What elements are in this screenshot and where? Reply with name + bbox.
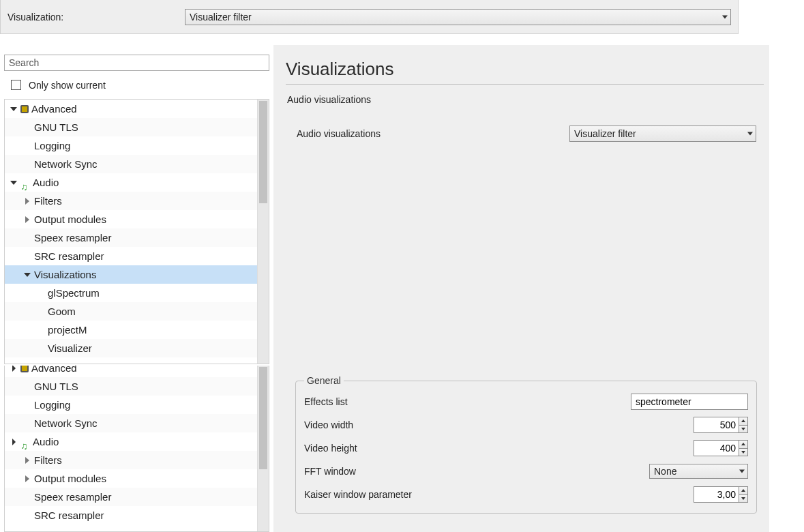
caret-none xyxy=(23,160,32,169)
chevron-down-icon xyxy=(747,132,753,136)
spin-down-icon[interactable] xyxy=(739,449,747,456)
tree-item-output-modules[interactable]: Output modules xyxy=(5,210,269,228)
tree-item-advanced[interactable]: Advanced xyxy=(5,366,269,377)
fft-window-combo-value: None xyxy=(654,466,676,477)
caret-none xyxy=(36,289,46,298)
kaiser-spinner[interactable] xyxy=(739,486,748,503)
caret-none xyxy=(23,419,32,428)
scrollbar[interactable] xyxy=(257,100,269,364)
visualization-combo[interactable]: Visualizer filter xyxy=(185,9,731,25)
caret-down-icon[interactable] xyxy=(23,270,32,280)
tree-item-speex-resampler[interactable]: Speex resampler xyxy=(5,488,269,506)
tree-panel: Only show current AdvancedGNU TLSLogging… xyxy=(0,45,273,366)
tree-item-label: Goom xyxy=(48,302,76,321)
tree-item-projectm[interactable]: projectM xyxy=(5,321,269,339)
tree-item-gnu-tls[interactable]: GNU TLS xyxy=(5,377,269,396)
visualizer-settings-panel: General Effects list Video width Video h… xyxy=(273,366,769,532)
tree-item-advanced[interactable]: Advanced xyxy=(5,100,269,118)
scroll-thumb[interactable] xyxy=(259,101,267,203)
settings-panel: Visualizations Audio visualizations Audi… xyxy=(273,45,769,366)
tree-item-visualizer[interactable]: Visualizer xyxy=(5,339,269,357)
caret-right-icon[interactable] xyxy=(9,437,18,447)
tree-item-gnu-tls[interactable]: GNU TLS xyxy=(5,118,269,136)
only-show-current-label: Only show current xyxy=(29,80,106,91)
caret-right-icon[interactable] xyxy=(23,456,32,465)
audio-visualizations-combo[interactable]: Visualizer filter xyxy=(569,125,756,142)
tree-item-label: GNU TLS xyxy=(34,377,78,396)
tree-item-audio[interactable]: ♫Audio xyxy=(5,432,269,451)
caret-down-icon[interactable] xyxy=(9,104,18,114)
page-title: Visualizations xyxy=(286,59,764,80)
video-height-spinner[interactable] xyxy=(739,440,748,456)
tree-item-speex-resampler[interactable]: Speex resampler xyxy=(5,228,269,247)
chip-icon xyxy=(20,366,29,372)
caret-down-icon[interactable] xyxy=(9,178,18,188)
tree-item-visualizations[interactable]: Visualizations xyxy=(5,265,269,284)
tree-item-audio[interactable]: ♫Audio xyxy=(5,173,269,192)
caret-right-icon[interactable] xyxy=(23,474,32,484)
audio-visualizations-combo-value: Visualizer filter xyxy=(574,128,636,139)
tree-item-label: Filters xyxy=(34,451,62,469)
video-width-input[interactable] xyxy=(694,417,739,433)
effects-list-input[interactable] xyxy=(631,394,748,410)
video-width-row: Video width xyxy=(304,413,748,437)
tree-panel-lower: AdvancedGNU TLSLoggingNetwork Sync♫Audio… xyxy=(0,366,273,532)
spin-up-icon[interactable] xyxy=(739,441,747,449)
audio-note-icon: ♫ xyxy=(20,178,30,188)
tree-item-label: Visualizer xyxy=(48,339,92,357)
tree-item-label: Visualizations xyxy=(34,265,96,284)
chip-icon xyxy=(20,105,29,113)
scrollbar[interactable] xyxy=(257,366,269,531)
tree-item-network-sync[interactable]: Network Sync xyxy=(5,414,269,432)
tree-item-src-resampler[interactable]: SRC resampler xyxy=(5,247,269,265)
search-input[interactable] xyxy=(4,55,269,71)
spin-up-icon[interactable] xyxy=(739,487,747,495)
chevron-down-icon xyxy=(739,470,745,473)
tree-item-label: Filters xyxy=(34,192,62,210)
caret-none xyxy=(36,307,46,316)
caret-none xyxy=(23,382,32,391)
tree-item-label: Audio xyxy=(33,432,59,451)
tree-item-logging[interactable]: Logging xyxy=(5,396,269,414)
tree-item-logging[interactable]: Logging xyxy=(5,136,269,155)
effects-list-label: Effects list xyxy=(304,396,631,407)
spin-down-icon[interactable] xyxy=(739,426,747,433)
caret-right-icon[interactable] xyxy=(23,215,32,224)
caret-none xyxy=(36,344,46,353)
scroll-thumb[interactable] xyxy=(259,367,267,469)
audio-visualizations-label: Audio visualizations xyxy=(297,128,569,139)
video-height-label: Video height xyxy=(304,443,694,454)
tree-item-network-sync[interactable]: Network Sync xyxy=(5,155,269,173)
tree-item-src-resampler[interactable]: SRC resampler xyxy=(5,506,269,524)
tree-item-filters[interactable]: Filters xyxy=(5,192,269,210)
only-show-current-row[interactable]: Only show current xyxy=(0,75,273,99)
preferences-tree[interactable]: AdvancedGNU TLSLoggingNetwork Sync♫Audio… xyxy=(5,100,269,357)
caret-right-icon[interactable] xyxy=(9,366,18,373)
tree-item-label: SRC resampler xyxy=(34,506,104,524)
tree-item-filters[interactable]: Filters xyxy=(5,451,269,469)
audio-visualizations-row: Audio visualizations Visualizer filter xyxy=(286,125,764,142)
caret-right-icon[interactable] xyxy=(23,196,32,206)
tree-item-label: Speex resampler xyxy=(34,488,111,506)
effects-list-row: Effects list xyxy=(304,390,748,413)
tree-item-output-modules[interactable]: Output modules xyxy=(5,469,269,488)
video-height-input[interactable] xyxy=(694,440,739,456)
fft-window-combo[interactable]: None xyxy=(649,464,748,479)
only-show-current-checkbox[interactable] xyxy=(11,80,21,90)
tree-item-glspectrum[interactable]: glSpectrum xyxy=(5,284,269,302)
spin-up-icon[interactable] xyxy=(739,417,747,426)
tree-item-goom[interactable]: Goom xyxy=(5,302,269,321)
video-width-label: Video width xyxy=(304,419,694,430)
tree-item-label: Network Sync xyxy=(34,414,98,432)
spin-down-icon[interactable] xyxy=(739,495,747,503)
kaiser-input[interactable] xyxy=(694,486,739,503)
fft-window-label: FFT window xyxy=(304,466,649,477)
prefs-region-visualizations: Only show current AdvancedGNU TLSLogging… xyxy=(0,45,769,366)
general-legend: General xyxy=(304,375,344,386)
top-strip: Visualization: Visualizer filter xyxy=(0,0,739,34)
video-width-spinner[interactable] xyxy=(739,417,748,433)
preferences-tree-lower[interactable]: AdvancedGNU TLSLoggingNetwork Sync♫Audio… xyxy=(5,366,269,524)
tree-item-label: Output modules xyxy=(34,210,106,228)
visualization-combo-value: Visualizer filter xyxy=(190,12,252,23)
tree-item-label: Audio xyxy=(33,173,59,192)
